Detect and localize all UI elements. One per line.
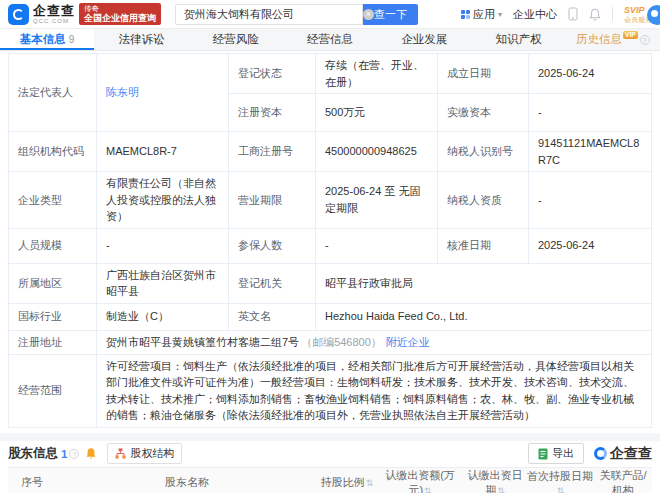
tab-basic-info-count: 9 bbox=[69, 34, 75, 45]
col-date: 认缴出资日期⇅ bbox=[464, 467, 526, 493]
postal-code: （邮编546800） bbox=[301, 336, 382, 348]
qcc-watermark-icon bbox=[594, 447, 607, 460]
tab-business-info[interactable]: 经营信息 bbox=[283, 29, 377, 50]
tab-basic-info-label: 基本信息 bbox=[20, 33, 66, 45]
shareholder-section: 股东信息 1 ? 股权结构 导出 bbox=[0, 441, 660, 493]
approval-date-value: 2025-06-24 bbox=[529, 228, 652, 263]
staff-size-label: 人员规模 bbox=[9, 228, 97, 263]
export-file-icon bbox=[538, 448, 548, 460]
address-label: 注册地址 bbox=[9, 330, 97, 354]
search-input[interactable] bbox=[175, 4, 363, 25]
apps-menu[interactable]: 应用 ▾ bbox=[461, 7, 502, 22]
tab-legal-litigation[interactable]: 法律诉讼 bbox=[94, 29, 188, 50]
navbar-right: 应用 ▾ 企业中心 SVIP 会员服务 bbox=[461, 6, 652, 23]
mobile-app-icon[interactable] bbox=[568, 7, 578, 21]
search-box: × 查一下 bbox=[175, 4, 418, 25]
qcc-logo[interactable]: 企查查 QCC.COM bbox=[8, 4, 75, 25]
tab-basic-info[interactable]: 基本信息9 bbox=[0, 29, 94, 50]
approval-date-label: 核准日期 bbox=[438, 228, 529, 263]
brand-name: 企查查 bbox=[33, 4, 75, 17]
sort-icon[interactable]: ⇅ bbox=[366, 478, 374, 488]
monitor-bell-icon[interactable] bbox=[85, 447, 97, 460]
shareholder-info-icon[interactable]: ? bbox=[69, 449, 79, 459]
sort-icon[interactable]: ⇅ bbox=[497, 486, 505, 493]
reg-capital-label: 注册资本 bbox=[229, 94, 316, 132]
nearby-companies-link[interactable]: 附近企业 bbox=[386, 336, 430, 348]
qcc-watermark: 企查查 bbox=[594, 445, 652, 463]
shareholder-count: 1 bbox=[61, 448, 67, 460]
en-name-label: 英文名 bbox=[229, 303, 316, 330]
qcc-company-page: 企查查 QCC.COM 传奇 全国企业信用查询 × 查一下 应用 ▾ 企业中心 bbox=[0, 0, 660, 493]
org-code-value: MAEMCL8R-7 bbox=[97, 132, 229, 172]
reg-authority-label: 登记机关 bbox=[229, 263, 316, 303]
tab-company-development[interactable]: 企业发展 bbox=[377, 29, 471, 50]
col-related: 关联产品/机构 bbox=[594, 467, 652, 493]
taxpayer-qual-label: 纳税人资质 bbox=[438, 172, 529, 229]
shareholder-table: 序号 股东名称 持股比例⇅ 认缴出资额(万元)⇅ 认缴出资日期⇅ 首次持股日期⇅… bbox=[8, 467, 652, 493]
clear-icon[interactable]: × bbox=[363, 9, 374, 20]
col-first-date: 首次持股日期⇅ bbox=[526, 467, 594, 493]
vip-badge: VIP bbox=[623, 31, 637, 39]
top-navbar: 企查查 QCC.COM 传奇 全国企业信用查询 × 查一下 应用 ▾ 企业中心 bbox=[0, 0, 660, 29]
reg-no-label: 工商注册号 bbox=[229, 132, 316, 172]
tab-operating-risk[interactable]: 经营风险 bbox=[189, 29, 283, 50]
col-index: 序号 bbox=[8, 467, 56, 493]
tab-intellectual-property[interactable]: 知识产权 bbox=[471, 29, 565, 50]
brand-domain: QCC.COM bbox=[33, 18, 75, 24]
reg-no-value: 450000000948625 bbox=[316, 132, 438, 172]
slogan-bottom: 全国企业信用查询 bbox=[84, 13, 156, 23]
taxpayer-qual-value: - bbox=[529, 172, 652, 229]
col-amount: 认缴出资额(万元)⇅ bbox=[376, 467, 464, 493]
scope-label: 经营范围 bbox=[9, 354, 97, 427]
tab-bar: 基本信息9 法律诉讼 经营风险 经营信息 企业发展 知识产权 历史信息VIP? bbox=[0, 29, 660, 51]
staff-size-value: - bbox=[97, 228, 229, 263]
export-button[interactable]: 导出 bbox=[528, 443, 584, 464]
apps-label: 应用 bbox=[473, 7, 495, 22]
legal-rep-cell: 陈东明 bbox=[97, 54, 229, 132]
legal-rep-label: 法定代表人 bbox=[9, 54, 97, 132]
region-label: 所属地区 bbox=[9, 263, 97, 303]
address-value: 贺州市昭平县黄姚镇篁竹村客塘二组7号 bbox=[106, 336, 299, 348]
est-date-value: 2025-06-24 bbox=[529, 54, 652, 94]
scope-value: 许可经营项目：饲料生产（依法须经批准的项目，经相关部门批准后方可开展经营活动，具… bbox=[97, 354, 652, 427]
en-name-value: Hezhou Haida Feed Co., Ltd. bbox=[316, 303, 652, 330]
reg-status-label: 登记状态 bbox=[229, 54, 316, 94]
reg-authority-value: 昭平县行政审批局 bbox=[316, 263, 652, 303]
address-cell: 贺州市昭平县黄姚镇篁竹村客塘二组7号（邮编546800）附近企业 bbox=[97, 330, 652, 354]
enterprise-center-link[interactable]: 企业中心 bbox=[513, 7, 557, 22]
apps-grid-icon bbox=[461, 10, 470, 19]
history-info-icon[interactable]: ? bbox=[640, 35, 650, 45]
divider bbox=[612, 7, 613, 21]
shareholder-title: 股东信息 bbox=[8, 445, 58, 462]
company-type-value: 有限责任公司（非自然人投资或控股的法人独资） bbox=[97, 172, 229, 229]
company-type-label: 企业类型 bbox=[9, 172, 97, 229]
region-value: 广西壮族自治区贺州市昭平县 bbox=[97, 263, 229, 303]
tab-history-info[interactable]: 历史信息VIP? bbox=[566, 29, 660, 50]
industry-label: 国标行业 bbox=[9, 303, 97, 330]
term-label: 营业期限 bbox=[229, 172, 316, 229]
chevron-down-icon: ▾ bbox=[498, 10, 502, 19]
sort-icon[interactable]: ⇅ bbox=[424, 486, 432, 493]
svip-label: SVIP bbox=[624, 6, 645, 15]
equity-structure-button[interactable]: 股权结构 bbox=[107, 443, 182, 464]
insured-label: 参保人数 bbox=[229, 228, 316, 263]
shareholder-header: 股东信息 1 ? 股权结构 导出 bbox=[8, 441, 652, 467]
slogan-badge: 传奇 全国企业信用查询 bbox=[79, 3, 161, 26]
notification-bell-icon[interactable] bbox=[589, 8, 601, 21]
tax-id-value: 91451121MAEMCL8R7C bbox=[529, 132, 652, 172]
col-shareholder-name: 股东名称 bbox=[56, 467, 318, 493]
paid-capital-value: - bbox=[529, 94, 652, 132]
service-avatar[interactable] bbox=[647, 5, 660, 25]
org-chart-icon bbox=[115, 448, 126, 459]
reg-status-value: 存续（在营、开业、在册） bbox=[316, 54, 438, 94]
tax-id-label: 纳税人识别号 bbox=[438, 132, 529, 172]
qcc-logo-icon bbox=[8, 4, 29, 25]
reg-capital-value: 500万元 bbox=[316, 94, 438, 132]
sort-icon[interactable]: ⇅ bbox=[557, 486, 565, 493]
est-date-label: 成立日期 bbox=[438, 54, 529, 94]
col-ratio: 持股比例⇅ bbox=[318, 467, 376, 493]
org-code-label: 组织机构代码 bbox=[9, 132, 97, 172]
paid-capital-label: 实缴资本 bbox=[438, 94, 529, 132]
industry-value: 制造业（C） bbox=[97, 303, 229, 330]
legal-rep-link[interactable]: 陈东明 bbox=[106, 86, 139, 98]
